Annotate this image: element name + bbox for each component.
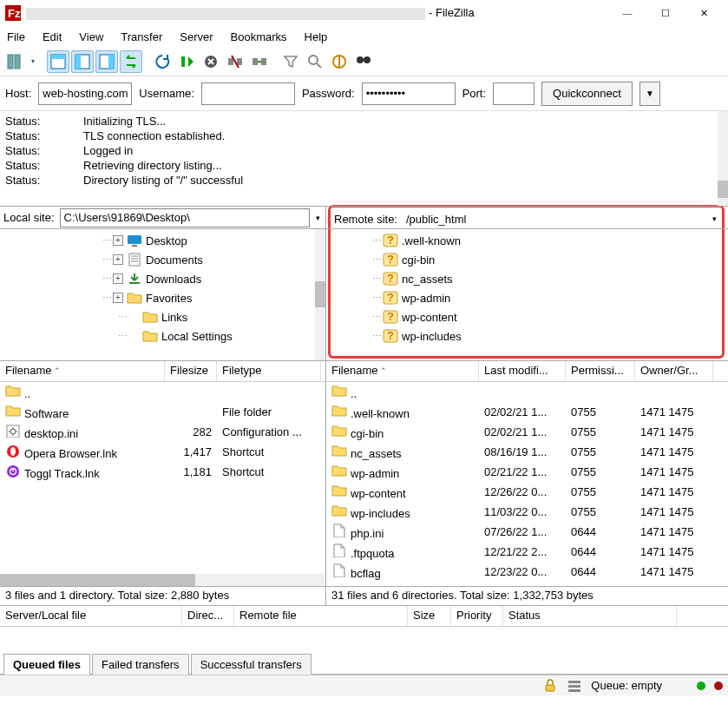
find-icon[interactable] <box>352 50 375 73</box>
host-input[interactable] <box>38 82 132 105</box>
column-header[interactable]: Filename <box>0 361 165 381</box>
local-site-dropdown[interactable]: ▾ <box>310 214 325 222</box>
local-list-hscrollbar[interactable] <box>0 574 325 586</box>
refresh-icon[interactable] <box>151 50 174 73</box>
list-item[interactable]: wp-admin02/21/22 1...07551471 1475 <box>326 462 728 482</box>
list-item[interactable]: bcflag12/23/22 0...06441471 1475 <box>326 562 728 582</box>
toggle-remote-tree-icon[interactable] <box>95 50 118 73</box>
column-header[interactable]: Direc... <box>182 606 234 626</box>
minimize-button[interactable]: — <box>608 0 646 26</box>
tree-item[interactable]: ⋯cgi-bin <box>331 250 722 269</box>
list-item[interactable]: Opera Browser.lnk1,417Shortcut <box>0 442 325 462</box>
log-msg: TLS connection established. <box>83 129 248 144</box>
tree-item[interactable]: ⋯nc_assets <box>331 269 722 288</box>
menu-edit[interactable]: Edit <box>41 29 63 45</box>
list-item[interactable]: desktop.ini282Configuration ... <box>0 422 325 442</box>
log-msg: Logged in <box>83 144 248 159</box>
remote-site-dropdown[interactable]: ▾ <box>706 214 722 223</box>
quickconnect-dropdown[interactable]: ▼ <box>639 82 660 106</box>
menu-bookmarks[interactable]: Bookmarks <box>229 29 289 45</box>
tree-item[interactable]: ⋯+Favorites <box>0 288 325 307</box>
port-input[interactable] <box>493 82 535 105</box>
remote-site-input[interactable] <box>403 209 706 228</box>
tab-queued-files[interactable]: Queued files <box>3 654 90 675</box>
list-item[interactable]: SoftwareFile folder <box>0 402 325 422</box>
column-header[interactable]: Priority <box>451 606 503 626</box>
menu-help[interactable]: Help <box>303 29 330 45</box>
local-tree-scrollbar[interactable] <box>315 281 325 307</box>
tree-item[interactable]: ⋯wp-includes <box>331 326 722 346</box>
tree-label: Favorites <box>146 292 192 305</box>
log-key: Status: <box>5 174 83 188</box>
password-label: Password: <box>302 87 355 100</box>
remote-file-list[interactable]: FilenameLast modifi...Permissi...Owner/G… <box>326 361 728 586</box>
site-manager-dropdown[interactable]: ▾ <box>28 57 38 65</box>
username-input[interactable] <box>201 82 295 105</box>
quickconnect-button[interactable]: Quickconnect <box>541 82 633 106</box>
column-header[interactable]: Permissi... <box>566 361 635 381</box>
menu-file[interactable]: File <box>5 29 27 45</box>
list-item[interactable]: php.ini07/26/22 1...06441471 1475 <box>326 522 728 542</box>
tree-item[interactable]: ⋯Local Settings <box>0 326 325 346</box>
list-item[interactable]: .. <box>326 382 728 402</box>
site-manager-icon[interactable] <box>3 50 26 73</box>
tab-successful-transfers[interactable]: Successful transfers <box>191 654 312 675</box>
local-tree[interactable]: ⋯+Desktop⋯+Documents⋯+Downloads⋯+Favorit… <box>0 229 326 360</box>
log-scrollbar[interactable] <box>718 181 728 198</box>
maximize-button[interactable]: ☐ <box>646 0 685 26</box>
expander-icon[interactable]: + <box>113 293 123 303</box>
list-item[interactable]: Toggl Track.lnk1,181Shortcut <box>0 462 325 482</box>
list-item[interactable]: nc_assets08/16/19 1...07551471 1475 <box>326 442 728 462</box>
disconnect-icon[interactable] <box>224 50 246 73</box>
expander-icon[interactable]: + <box>113 235 123 246</box>
process-queue-icon[interactable] <box>175 50 198 73</box>
filter-icon[interactable] <box>279 50 302 73</box>
column-header[interactable]: Size <box>408 606 451 626</box>
column-header[interactable]: Server/Local file <box>0 606 182 626</box>
local-file-list[interactable]: FilenameFilesizeFiletype ..SoftwareFile … <box>0 361 326 586</box>
column-header[interactable]: Remote file <box>234 606 408 626</box>
toggle-local-tree-icon[interactable] <box>71 50 94 73</box>
column-header[interactable]: Owner/Gr... <box>635 361 713 381</box>
list-item[interactable]: cgi-bin02/02/21 1...07551471 1475 <box>326 422 728 442</box>
tree-item[interactable]: ⋯wp-content <box>331 307 722 326</box>
list-item[interactable]: .. <box>0 382 325 402</box>
expander-icon[interactable]: + <box>113 254 123 265</box>
menu-transfer[interactable]: Transfer <box>119 29 164 45</box>
unknown-folder-icon <box>383 310 398 324</box>
remote-tree[interactable]: ⋯.well-known⋯cgi-bin⋯nc_assets⋯wp-admin⋯… <box>328 229 725 359</box>
log-msg: Initializing TLS... <box>83 115 248 129</box>
folder-icon <box>331 384 347 398</box>
lock-icon[interactable] <box>542 678 558 694</box>
list-item[interactable]: wp-includes11/03/22 0...07551471 1475 <box>326 502 728 522</box>
cancel-icon[interactable] <box>200 50 222 73</box>
tree-item[interactable]: ⋯wp-admin <box>331 288 722 307</box>
compare-icon[interactable] <box>328 50 351 73</box>
list-item[interactable]: wp-content12/26/22 0...07551471 1475 <box>326 482 728 502</box>
close-button[interactable]: ✕ <box>685 0 723 26</box>
tree-item[interactable]: ⋯+Desktop <box>0 231 325 250</box>
sync-browsing-icon[interactable] <box>120 50 142 73</box>
password-input[interactable] <box>362 82 456 105</box>
unknown-folder-icon <box>383 253 398 267</box>
reconnect-icon[interactable] <box>248 50 271 73</box>
tree-item[interactable]: ⋯+Documents <box>0 250 325 269</box>
toggle-log-icon[interactable] <box>47 50 69 73</box>
list-item[interactable]: .well-known02/02/21 1...07551471 1475 <box>326 402 728 422</box>
local-site-input[interactable] <box>60 208 310 227</box>
column-header[interactable]: Status <box>503 606 677 626</box>
tab-failed-transfers[interactable]: Failed transfers <box>92 654 189 675</box>
list-item[interactable]: .ftpquota12/21/22 2...06441471 1475 <box>326 542 728 562</box>
search-icon[interactable] <box>304 50 326 73</box>
column-header[interactable]: Last modifi... <box>479 361 566 381</box>
tree-item[interactable]: ⋯Links <box>0 307 325 326</box>
column-header[interactable]: Filename <box>326 361 479 381</box>
column-header[interactable]: Filetype <box>217 361 321 381</box>
expander-icon[interactable]: + <box>113 273 123 284</box>
tree-item[interactable]: ⋯.well-known <box>331 231 722 250</box>
menu-server[interactable]: Server <box>178 29 214 45</box>
menu-view[interactable]: View <box>77 29 105 45</box>
tree-item[interactable]: ⋯+Downloads <box>0 269 325 288</box>
column-header[interactable]: Filesize <box>165 361 217 381</box>
folder-icon <box>5 404 21 418</box>
